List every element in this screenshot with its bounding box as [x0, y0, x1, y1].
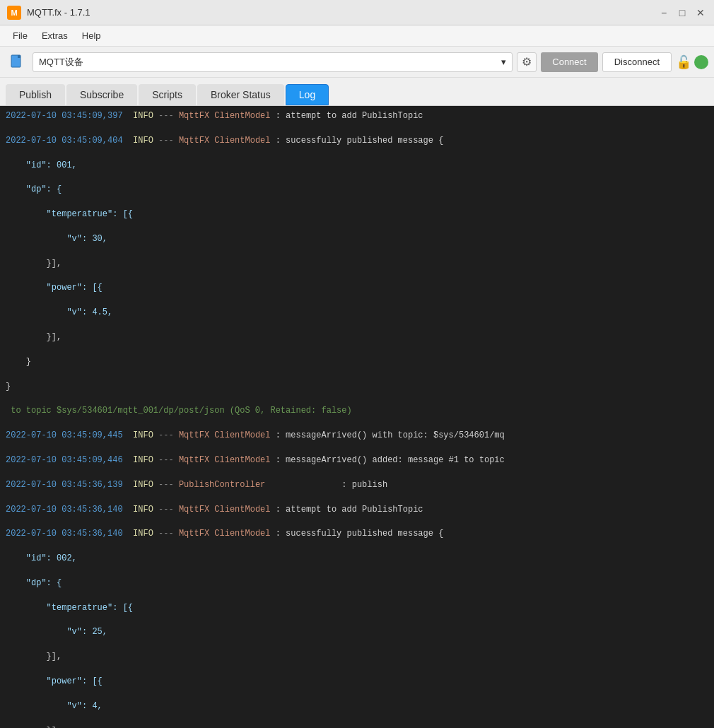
title-bar: M MQTT.fx - 1.7.1 − □ ✕ [0, 0, 714, 25]
svg-rect-1 [18, 55, 21, 58]
log-line: }], [6, 331, 708, 344]
log-line: "id": 002, [6, 553, 708, 565]
tab-publish[interactable]: Publish [6, 84, 65, 105]
log-line: to topic $sys/534601/mqtt_001/dp/post/js… [6, 405, 708, 417]
connect-button[interactable]: Connect [541, 52, 597, 72]
menu-help[interactable]: Help [75, 28, 108, 44]
menu-file[interactable]: File [6, 28, 35, 44]
settings-button[interactable]: ⚙ [517, 52, 537, 72]
tab-subscribe[interactable]: Subscribe [66, 84, 137, 105]
device-selector[interactable]: MQTT设备 ▾ [33, 52, 513, 72]
connection-status: 🔓 [676, 54, 708, 70]
title-bar-text: MQTT.fx - 1.7.1 [27, 7, 657, 18]
log-line: } [6, 381, 708, 393]
log-line: "id": 001, [6, 160, 708, 172]
tab-bar: Publish Subscribe Scripts Broker Status … [0, 78, 714, 106]
log-line: 2022-07-10 03:45:36,140 INFO --- MqttFX … [6, 504, 708, 516]
log-line: 2022-07-10 03:45:09,397 INFO --- MqttFX … [6, 110, 708, 122]
maximize-button[interactable]: □ [676, 6, 689, 19]
log-line: "dp": { [6, 184, 708, 196]
status-indicator [694, 55, 708, 69]
log-line: }], [6, 258, 708, 270]
log-line: } [6, 356, 708, 368]
close-button[interactable]: ✕ [694, 6, 707, 19]
log-line: "v": 30, [6, 233, 708, 245]
device-name: MQTT设备 [39, 56, 83, 69]
new-connection-button[interactable] [6, 51, 28, 74]
log-line: "dp": { [6, 577, 708, 589]
log-line: "temperatrue": [{ [6, 602, 708, 614]
log-line: "v": 4, [6, 700, 708, 712]
log-line: "power": [{ [6, 282, 708, 294]
log-line: "power": [{ [6, 676, 708, 688]
log-line: "temperatrue": [{ [6, 209, 708, 221]
log-line: 2022-07-10 03:45:09,404 INFO --- MqttFX … [6, 135, 708, 147]
title-bar-controls: − □ ✕ [657, 6, 707, 19]
app-icon: M [7, 6, 21, 20]
menu-bar: File Extras Help [0, 25, 714, 47]
lock-icon: 🔓 [676, 54, 691, 70]
tab-log[interactable]: Log [286, 84, 329, 105]
dropdown-arrow: ▾ [501, 57, 506, 67]
log-line: 2022-07-10 03:45:36,140 INFO --- MqttFX … [6, 528, 708, 540]
log-line: "v": 25, [6, 626, 708, 638]
disconnect-button[interactable]: Disconnect [602, 52, 672, 72]
file-icon [9, 54, 25, 70]
log-line: 2022-07-10 03:45:09,445 INFO --- MqttFX … [6, 430, 708, 442]
menu-extras[interactable]: Extras [35, 28, 75, 44]
log-line: "v": 4.5, [6, 307, 708, 319]
toolbar: MQTT设备 ▾ ⚙ Connect Disconnect 🔓 [0, 47, 714, 78]
log-line: 2022-07-10 03:45:09,446 INFO --- MqttFX … [6, 454, 708, 466]
log-line: }], [6, 651, 708, 663]
tab-scripts[interactable]: Scripts [139, 84, 196, 105]
log-line: }], [6, 725, 708, 728]
log-line: 2022-07-10 03:45:36,139 INFO --- Publish… [6, 479, 708, 491]
minimize-button[interactable]: − [657, 6, 670, 19]
tab-broker-status[interactable]: Broker Status [197, 84, 284, 105]
log-area[interactable]: 2022-07-10 03:45:09,397 INFO --- MqttFX … [0, 106, 714, 728]
